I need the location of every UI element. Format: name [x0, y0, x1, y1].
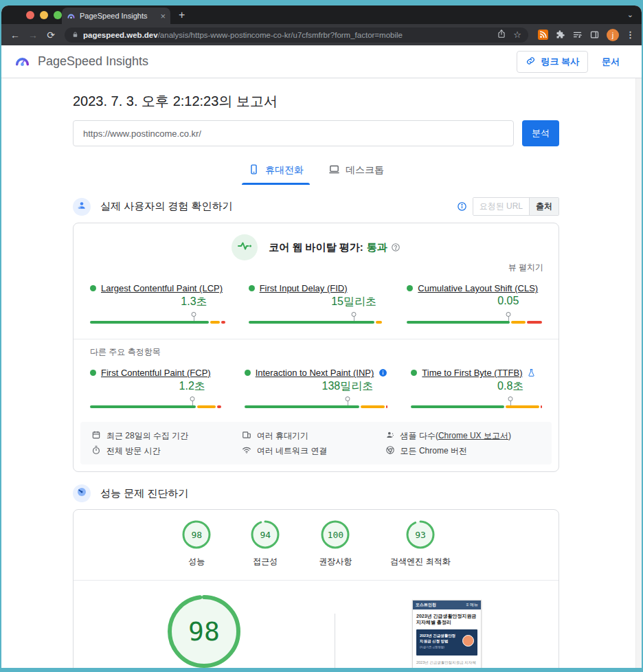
- analyze-button[interactable]: 분석: [522, 120, 559, 146]
- diagnose-speedometer-icon: [73, 484, 91, 502]
- phone-icon: [248, 164, 260, 177]
- rss-extension-icon[interactable]: [538, 30, 548, 40]
- share-icon[interactable]: [497, 29, 506, 41]
- metric-link[interactable]: First Input Delay (FID): [260, 283, 348, 293]
- distribution-bar: [90, 321, 225, 324]
- metric-link[interactable]: Largest Contentful Paint (LCP): [101, 283, 223, 293]
- distribution-bar: [90, 405, 221, 408]
- browser-menu-icon[interactable]: ⋮: [626, 30, 635, 40]
- core-metrics-row: Largest Contentful Paint (LCP)1.3초First …: [74, 283, 559, 326]
- page-screenshot-thumbnail: 포스트인컴 ≡ 메뉴 2023년 긴급생활안정지원금 지자체별 총정리 2023…: [412, 600, 482, 668]
- expand-view-link[interactable]: 뷰 펼치기: [74, 262, 559, 273]
- sample-icon: [385, 430, 395, 442]
- category-scores: 98성능94접근성100권장사항93검색엔진 최적화: [74, 519, 559, 568]
- metric-column: Cumulative Layout Shift (CLS)0.05: [407, 283, 542, 326]
- minimize-window-button[interactable]: [40, 11, 48, 19]
- score-label: 권장사항: [319, 556, 352, 568]
- distribution-marker: [190, 396, 194, 401]
- collection-info-item: 최근 28일의 수집 기간: [91, 428, 234, 443]
- tab-search-chevron-icon[interactable]: ⌄: [627, 10, 633, 19]
- forward-button[interactable]: →: [26, 30, 40, 41]
- side-panel-icon[interactable]: [589, 30, 600, 40]
- metric-link[interactable]: Time to First Byte (TTFB): [422, 368, 522, 378]
- thumb-site-header: 포스트인컴 ≡ 메뉴: [413, 601, 481, 609]
- crux-report-link[interactable]: Chrome UX 보고서: [438, 431, 508, 440]
- toggle-requested-url[interactable]: 요청된 URL: [473, 198, 529, 215]
- thumb-promo-image: 2023년 긴급생활안정 지원금 신청 방법 (지급기준,신청방법): [416, 629, 477, 656]
- metric-value: 0.05: [497, 295, 519, 307]
- address-bar[interactable]: pagespeed.web.dev/analysis/https-www-pos…: [65, 27, 528, 43]
- pagespeed-logo-icon[interactable]: [14, 53, 31, 70]
- diagnose-section-heading: 성능 문제 진단하기: [100, 487, 188, 500]
- category-score[interactable]: 100권장사항: [319, 519, 352, 568]
- link-icon: [526, 56, 536, 68]
- info-icon[interactable]: [379, 368, 387, 377]
- browser-window: PageSpeed Insights × + ⌄ ← → ⟳ pagespeed…: [1, 5, 642, 668]
- distribution-bar: [411, 405, 542, 408]
- analyze-url-input[interactable]: [73, 120, 514, 146]
- wifi-icon: [242, 445, 251, 457]
- metric-column: First Input Delay (FID)15밀리초: [249, 283, 384, 326]
- metric-column: Interaction to Next Paint (INP)138밀리초: [245, 368, 388, 411]
- metric-column: First Contentful Paint (FCP)1.2초: [90, 368, 221, 411]
- category-score[interactable]: 93검색엔진 최적화: [390, 519, 450, 568]
- browser-tab-strip: PageSpeed Insights × + ⌄: [1, 5, 642, 24]
- docs-link[interactable]: 문서: [602, 56, 620, 68]
- extensions-puzzle-icon[interactable]: [555, 30, 565, 40]
- other-metrics-label: 다른 주요 측정항목: [74, 339, 559, 358]
- close-window-button[interactable]: [26, 11, 34, 19]
- thumb-menu-icon: ≡ 메뉴: [466, 602, 478, 608]
- metric-link[interactable]: Cumulative Layout Shift (CLS): [418, 283, 538, 293]
- collection-info-item: 여러 휴대기기: [242, 428, 377, 443]
- metric-column: Time to First Byte (TTFB)0.8초: [411, 368, 542, 411]
- category-score[interactable]: 98성능: [181, 519, 212, 568]
- field-data-user-icon: [73, 198, 91, 216]
- browser-tab[interactable]: PageSpeed Insights ×: [62, 8, 170, 24]
- scrollbar[interactable]: [635, 78, 642, 668]
- field-section-heading: 실제 사용자의 경험 확인하기: [100, 200, 233, 213]
- tab-mobile[interactable]: 휴대전화: [239, 157, 313, 185]
- tab-desktop[interactable]: 데스크톱: [319, 157, 393, 185]
- info-icon[interactable]: [457, 201, 467, 212]
- field-data-card: 코어 웹 바이탈 평가: 통과 뷰 펼치기 Largest Contentful…: [73, 223, 559, 472]
- collection-info-item: 모든 Chrome 버전: [385, 443, 541, 458]
- pass-dot-icon: [411, 370, 417, 376]
- lock-icon: [71, 29, 79, 41]
- score-value: 98: [181, 519, 212, 550]
- distribution-bar: [245, 405, 388, 408]
- new-tab-button[interactable]: +: [179, 9, 185, 24]
- page-content: 2023. 7. 3. 오후 2:12:23의 보고서 분석 휴대전화 데스크톱: [1, 78, 642, 668]
- metric-link[interactable]: First Contentful Paint (FCP): [101, 368, 211, 378]
- metric-value: 1.2초: [179, 379, 205, 394]
- zoom-window-button[interactable]: [54, 11, 62, 19]
- pass-dot-icon: [90, 370, 96, 376]
- metric-link[interactable]: Interaction to Next Paint (INP): [256, 368, 374, 378]
- bookmark-star-icon[interactable]: ☆: [513, 30, 521, 40]
- pass-dot-icon: [407, 285, 413, 291]
- performance-gauge[interactable]: 98: [167, 594, 241, 668]
- psi-header: PageSpeed Insights 링크 복사 문서: [1, 45, 642, 78]
- pagespeed-favicon-icon: [67, 12, 76, 21]
- help-icon[interactable]: [391, 243, 401, 252]
- score-label: 접근성: [250, 556, 280, 568]
- distribution-marker: [508, 396, 513, 401]
- category-score[interactable]: 94접근성: [250, 519, 280, 568]
- other-metrics-row: First Contentful Paint (FCP)1.2초Interact…: [74, 368, 559, 411]
- back-button[interactable]: ←: [8, 30, 22, 41]
- toggle-origin[interactable]: 출처: [529, 198, 559, 215]
- tab-close-icon[interactable]: ×: [160, 12, 166, 21]
- pass-dot-icon: [249, 285, 255, 291]
- cwv-assessment: 코어 웹 바이탈 평가: 통과: [269, 241, 401, 254]
- score-value: 100: [320, 519, 350, 550]
- score-value: 93: [405, 519, 436, 550]
- profile-avatar[interactable]: j: [607, 29, 619, 41]
- reload-button[interactable]: ⟳: [44, 30, 58, 41]
- metric-column: Largest Contentful Paint (LCP)1.3초: [90, 283, 225, 326]
- experimental-flask-icon[interactable]: [527, 368, 536, 377]
- laptop-icon: [328, 164, 340, 177]
- media-controls-icon[interactable]: [572, 30, 583, 40]
- copy-link-button[interactable]: 링크 복사: [517, 51, 588, 73]
- collection-info-item: 여러 네트워크 연결: [242, 443, 377, 458]
- metric-value: 0.8초: [497, 379, 523, 394]
- collection-info-item: 샘플 다수(Chrome UX 보고서): [385, 428, 541, 443]
